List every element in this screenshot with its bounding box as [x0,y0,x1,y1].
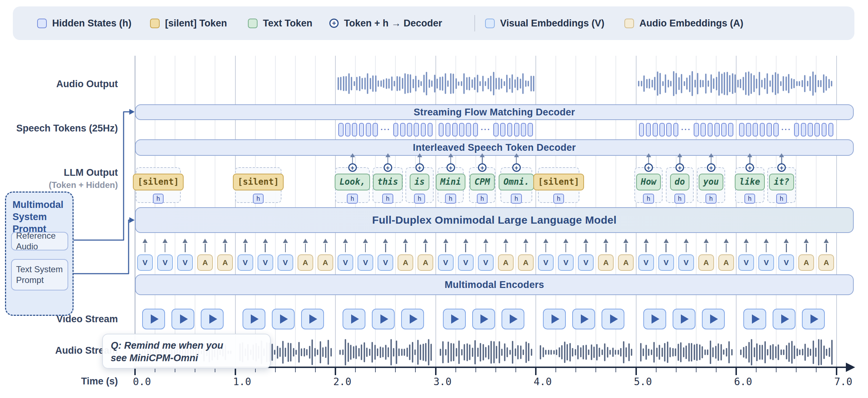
audio-stream-waveform-bar [583,345,584,359]
audio-output-waveform-bar [678,77,680,90]
embedding-arrowhead-icon [563,239,568,243]
embedding-arrowhead-icon [724,239,729,243]
audio-stream-waveform-bar [694,344,695,360]
audio-stream-waveform-bar [440,349,441,356]
play-icon [681,314,689,324]
embedding-arrowhead-icon [664,239,669,243]
audio-stream-waveform-bar [374,345,376,359]
embedding-arrowhead-icon [183,239,188,243]
play-icon [781,314,789,324]
embedding-arrowhead-icon [303,239,308,243]
token-plus-icon: + [512,163,521,172]
audio-stream-waveform-bar [569,343,571,362]
llm-output-cell: +ish [405,167,434,203]
audio-stream-waveform-bar [656,348,658,357]
audio-output-waveform-bar [498,78,500,90]
text-token: is [410,174,429,190]
token-plus-icon: + [745,163,754,172]
audio-stream-waveform-bar [472,348,473,357]
audio-stream-waveform-bar [277,346,278,359]
audio-output-waveform-bar [662,81,664,86]
audio-output-waveform-bar [493,72,494,96]
speech-token [414,123,419,136]
audio-output-waveform-bar [675,73,677,94]
audio-output-waveform-bar [429,79,430,88]
audio-stream-waveform-bar [756,343,758,361]
silent-token: [silent] [133,174,184,190]
audio-stream-waveform-bar [680,342,682,362]
audio-stream-waveform-bar [301,348,302,356]
time-tick-label: 5.0 [634,376,652,388]
audio-output-waveform-bar [413,79,414,88]
audio-stream-waveform-bar [604,343,605,362]
audio-output-waveform-bar [643,75,645,92]
time-tick-major [235,368,236,375]
speech-token [452,123,458,136]
embedding-arrow [746,244,747,252]
video-frame-chip [543,309,566,329]
embedding-arrowhead-icon [623,239,628,243]
row-label-llm-output-subtitle: (Token + Hidden) [4,180,118,190]
legend-bar: Hidden States (h)[silent] TokenText Toke… [13,6,854,40]
text-token: Omni. [499,174,534,190]
text-system-prompt-box: Text System Prompt [11,259,68,290]
audio-stream-waveform-bar [567,344,568,360]
embedding-arrowhead-icon [343,239,348,243]
audio-stream-waveform-bar [726,348,727,357]
audio-stream-waveform-bar [651,349,652,355]
audio-output-waveform-bar [501,79,502,88]
hidden-state-box: h [705,194,717,204]
audio-stream-waveform-bar [628,343,630,361]
hidden-state-box: h [511,194,522,204]
audio-output-waveform-bar [396,76,398,91]
embedding-arrowhead-icon [543,239,548,243]
audio-output-waveform-bar [692,71,693,96]
audio-output-waveform-bar [665,74,666,93]
audio-stream-waveform-bar [490,341,492,364]
reference-audio-label: Reference Audio [16,230,63,252]
audio-output-waveform-bar [442,76,443,91]
audio-stream-waveform-bar [556,349,557,355]
video-frame-chip [502,309,524,329]
audio-output-waveform-bar [383,79,384,88]
speech-token [421,123,426,136]
embedding-arrow [806,244,807,252]
audio-stream-waveform-bar [691,343,692,361]
audio-output-waveform-bar [437,79,438,88]
audio-stream-waveform-bar [818,339,819,365]
speech-token-ellipsis: ··· [379,126,391,134]
audio-output-waveform-bar [399,76,400,91]
text-token: do [670,174,690,190]
visual-embedding-box: V [258,254,273,271]
audio-stream-waveform-bar [528,343,529,361]
embedding-arrow [766,244,767,252]
text-token: How [636,174,661,190]
row-label-llm-output: LLM Output [4,167,118,178]
audio-output-waveform-bar [364,78,366,90]
embedding-arrowhead-icon [423,239,428,243]
play-icon [710,314,718,324]
audio-output-waveform-bar [348,73,350,94]
speech-token-group: ··· [338,123,433,136]
audio-stream-waveform-bar [345,339,346,365]
audio-output-waveform-bar [828,79,830,88]
audio-stream-waveform-bar [330,348,332,357]
token-to-decoder-arrow [679,156,680,164]
audio-stream-waveform-bar [298,342,300,362]
audio-stream-waveform-bar [293,348,294,357]
visual-embedding-box: V [658,254,674,271]
audio-stream-waveform-bar [450,343,452,362]
audio-output-waveform-bar [506,75,508,93]
embedding-arrow [786,244,787,252]
play-icon [810,314,818,324]
speech-token [445,123,451,136]
audio-output-waveform-bar [745,72,747,95]
hidden-state-box: h [776,194,787,204]
audio-output-waveform-bar [807,81,808,86]
time-tick-minor [355,368,356,372]
visual-embeddings-swatch [485,19,495,28]
embedding-arrow [305,244,306,252]
audio-stream-waveform-bar [493,341,495,363]
embedding-arrow [505,244,507,252]
time-tick-label: 1.0 [233,376,251,388]
